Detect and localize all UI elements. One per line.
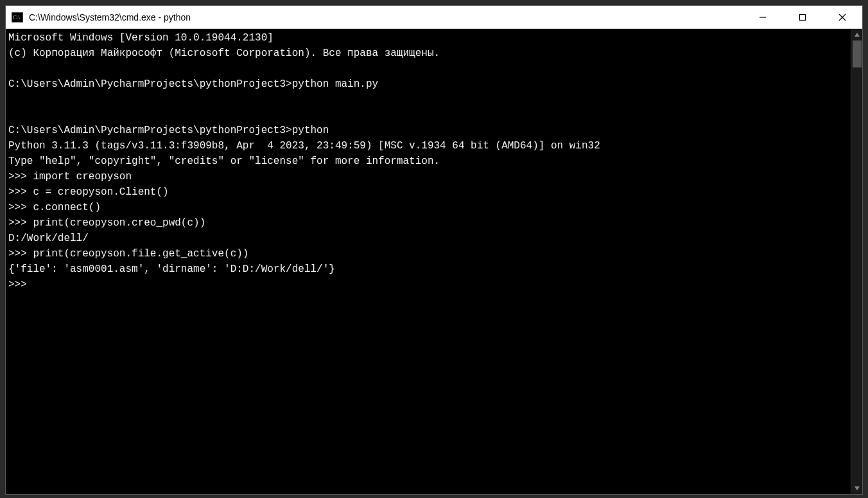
terminal-line: Microsoft Windows [Version 10.0.19044.21… <box>8 30 848 46</box>
terminal-line: >>> c = creopyson.Client() <box>8 184 848 200</box>
svg-marker-7 <box>855 486 860 490</box>
terminal-line: {'file': 'asm0001.asm', 'dirname': 'D:D:… <box>8 262 848 277</box>
cmd-icon: C:\ <box>11 11 24 24</box>
terminal-line: C:\Users\Admin\PycharmProjects\pythonPro… <box>8 76 848 92</box>
scroll-down-arrow[interactable] <box>851 483 862 494</box>
terminal-line: Type "help", "copyright", "credits" or "… <box>8 154 848 169</box>
terminal-line <box>8 61 848 76</box>
terminal-line: D:/Work/dell/ <box>8 231 848 246</box>
close-button[interactable] <box>822 6 862 28</box>
terminal-line: Python 3.11.3 (tags/v3.11.3:f3909b8, Apr… <box>8 138 848 154</box>
terminal-line: >>> print(creopyson.file.get_active(c)) <box>8 246 848 262</box>
minimize-button[interactable] <box>743 6 783 28</box>
terminal-line: >>> import creopyson <box>8 169 848 184</box>
terminal-line: (c) Корпорация Майкрософт (Microsoft Cor… <box>8 46 848 61</box>
terminal-line: C:\Users\Admin\PycharmProjects\pythonPro… <box>8 123 848 138</box>
window-controls <box>743 6 862 28</box>
window-title: C:\Windows\System32\cmd.exe - python <box>29 12 743 22</box>
terminal-line: >>> c.connect() <box>8 200 848 215</box>
svg-rect-3 <box>800 14 806 20</box>
title-bar[interactable]: C:\ C:\Windows\System32\cmd.exe - python <box>6 6 862 29</box>
terminal-line <box>8 107 848 123</box>
scroll-up-arrow[interactable] <box>851 29 862 40</box>
terminal-line: >>> print(creopyson.creo_pwd(c)) <box>8 215 848 231</box>
scroll-thumb[interactable] <box>853 40 862 67</box>
maximize-button[interactable] <box>783 6 822 28</box>
terminal-line <box>8 92 848 107</box>
terminal-output[interactable]: Microsoft Windows [Version 10.0.19044.21… <box>6 29 851 494</box>
scrollbar[interactable] <box>851 29 862 494</box>
terminal-line: >>> <box>8 277 848 292</box>
svg-marker-6 <box>855 33 860 37</box>
terminal-area[interactable]: Microsoft Windows [Version 10.0.19044.21… <box>6 29 862 494</box>
cmd-window: C:\ C:\Windows\System32\cmd.exe - python… <box>5 5 863 495</box>
svg-text:C:\: C:\ <box>13 14 21 21</box>
